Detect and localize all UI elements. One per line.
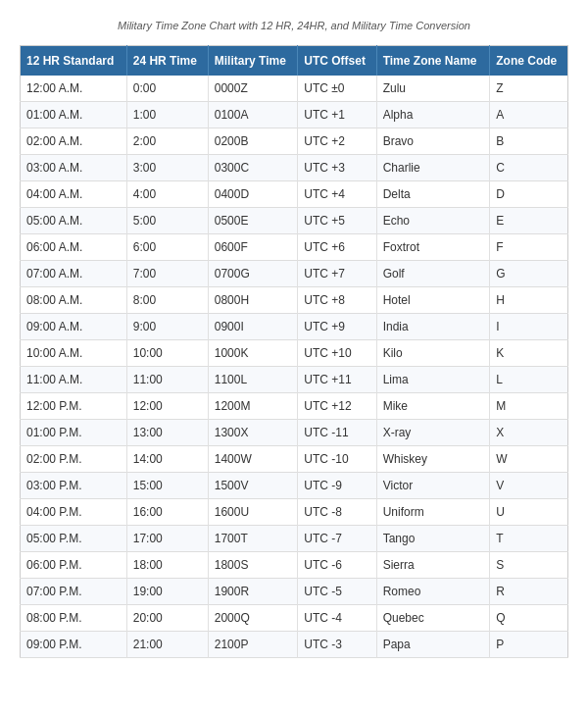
table-cell-14-0: 02:00 P.M. (21, 446, 127, 473)
table-cell-18-2: 1800S (208, 552, 298, 579)
table-cell-15-5: V (490, 473, 568, 499)
table-cell-9-5: I (490, 314, 568, 340)
table-cell-9-1: 9:00 (126, 314, 208, 340)
table-cell-1-4: Alpha (376, 102, 490, 128)
table-cell-19-1: 19:00 (126, 579, 208, 605)
table-row: 05:00 A.M.5:000500EUTC +5EchoE (21, 208, 568, 234)
table-cell-15-4: Victor (376, 473, 490, 499)
table-cell-0-3: UTC ±0 (298, 76, 376, 102)
table-cell-9-0: 09:00 A.M. (21, 314, 127, 340)
table-cell-19-2: 1900R (208, 579, 298, 605)
table-cell-21-4: Papa (376, 632, 490, 658)
table-cell-9-2: 0900I (208, 314, 298, 340)
table-cell-7-5: G (490, 261, 568, 287)
table-cell-2-2: 0200B (208, 128, 298, 155)
table-cell-0-0: 12:00 A.M. (21, 76, 127, 102)
table-row: 11:00 A.M.11:001100LUTC +11LimaL (21, 367, 568, 393)
table-cell-21-5: P (490, 632, 568, 658)
table-row: 02:00 P.M.14:001400WUTC -10WhiskeyW (21, 446, 568, 473)
table-cell-16-0: 04:00 P.M. (21, 499, 127, 526)
table-cell-16-5: U (490, 499, 568, 526)
table-body: 12:00 A.M.0:000000ZUTC ±0ZuluZ01:00 A.M.… (21, 76, 568, 658)
table-cell-15-0: 03:00 P.M. (21, 473, 127, 499)
table-row: 01:00 A.M.1:000100AUTC +1AlphaA (21, 102, 568, 128)
table-cell-3-5: C (490, 155, 568, 181)
table-cell-16-1: 16:00 (126, 499, 208, 526)
table-row: 08:00 A.M.8:000800HUTC +8HotelH (21, 287, 568, 314)
table-row: 07:00 A.M.7:000700GUTC +7GolfG (21, 261, 568, 287)
table-cell-19-3: UTC -5 (298, 579, 376, 605)
table-cell-20-2: 2000Q (208, 605, 298, 632)
table-cell-18-0: 06:00 P.M. (21, 552, 127, 579)
table-cell-17-4: Tango (376, 526, 490, 552)
table-cell-3-0: 03:00 A.M. (21, 155, 127, 181)
table-cell-8-3: UTC +8 (298, 287, 376, 314)
table-cell-5-4: Echo (376, 208, 490, 234)
table-cell-1-2: 0100A (208, 102, 298, 128)
table-cell-12-0: 12:00 P.M. (21, 393, 127, 420)
table-cell-20-0: 08:00 P.M. (21, 605, 127, 632)
table-cell-0-5: Z (490, 76, 568, 102)
table-cell-21-0: 09:00 P.M. (21, 632, 127, 658)
table-row: 02:00 A.M.2:000200BUTC +2BravoB (21, 128, 568, 155)
table-row: 10:00 A.M.10:001000KUTC +10KiloK (21, 340, 568, 367)
table-cell-3-2: 0300C (208, 155, 298, 181)
table-cell-17-3: UTC -7 (298, 526, 376, 552)
table-cell-9-4: India (376, 314, 490, 340)
table-cell-15-1: 15:00 (126, 473, 208, 499)
table-cell-15-2: 1500V (208, 473, 298, 499)
table-cell-10-5: K (490, 340, 568, 367)
table-row: 12:00 P.M.12:001200MUTC +12MikeM (21, 393, 568, 420)
col-header-0: 12 HR Standard (21, 46, 127, 77)
table-cell-5-3: UTC +5 (298, 208, 376, 234)
time-zone-table: 12 HR Standard24 HR TimeMilitary TimeUTC… (20, 45, 568, 658)
table-cell-2-5: B (490, 128, 568, 155)
table-cell-0-4: Zulu (376, 76, 490, 102)
col-header-5: Zone Code (490, 46, 568, 77)
table-cell-18-3: UTC -6 (298, 552, 376, 579)
table-cell-12-5: M (490, 393, 568, 420)
table-cell-5-0: 05:00 A.M. (21, 208, 127, 234)
table-cell-16-2: 1600U (208, 499, 298, 526)
table-cell-21-2: 2100P (208, 632, 298, 658)
table-cell-4-5: D (490, 181, 568, 208)
table-cell-4-2: 0400D (208, 181, 298, 208)
table-cell-8-0: 08:00 A.M. (21, 287, 127, 314)
table-cell-19-0: 07:00 P.M. (21, 579, 127, 605)
col-header-2: Military Time (208, 46, 298, 77)
table-cell-12-2: 1200M (208, 393, 298, 420)
table-cell-1-5: A (490, 102, 568, 128)
table-row: 04:00 A.M.4:000400DUTC +4DeltaD (21, 181, 568, 208)
table-cell-11-0: 11:00 A.M. (21, 367, 127, 393)
table-cell-5-5: E (490, 208, 568, 234)
table-cell-11-1: 11:00 (126, 367, 208, 393)
table-cell-18-5: S (490, 552, 568, 579)
col-header-4: Time Zone Name (376, 46, 490, 77)
table-cell-11-2: 1100L (208, 367, 298, 393)
table-cell-13-5: X (490, 420, 568, 446)
table-cell-6-1: 6:00 (126, 234, 208, 261)
table-cell-9-3: UTC +9 (298, 314, 376, 340)
table-cell-21-1: 21:00 (126, 632, 208, 658)
table-row: 05:00 P.M.17:001700TUTC -7TangoT (21, 526, 568, 552)
table-cell-20-1: 20:00 (126, 605, 208, 632)
table-row: 04:00 P.M.16:001600UUTC -8UniformU (21, 499, 568, 526)
table-cell-17-5: T (490, 526, 568, 552)
table-cell-12-4: Mike (376, 393, 490, 420)
table-cell-6-4: Foxtrot (376, 234, 490, 261)
table-cell-14-3: UTC -10 (298, 446, 376, 473)
table-cell-17-1: 17:00 (126, 526, 208, 552)
table-cell-4-4: Delta (376, 181, 490, 208)
table-cell-12-3: UTC +12 (298, 393, 376, 420)
table-row: 03:00 P.M.15:001500VUTC -9VictorV (21, 473, 568, 499)
table-cell-14-2: 1400W (208, 446, 298, 473)
table-cell-7-0: 07:00 A.M. (21, 261, 127, 287)
table-cell-10-3: UTC +10 (298, 340, 376, 367)
table-cell-7-2: 0700G (208, 261, 298, 287)
col-header-1: 24 HR Time (126, 46, 208, 77)
table-cell-10-4: Kilo (376, 340, 490, 367)
table-row: 08:00 P.M.20:002000QUTC -4QuebecQ (21, 605, 568, 632)
table-cell-10-1: 10:00 (126, 340, 208, 367)
table-cell-6-3: UTC +6 (298, 234, 376, 261)
table-cell-3-4: Charlie (376, 155, 490, 181)
